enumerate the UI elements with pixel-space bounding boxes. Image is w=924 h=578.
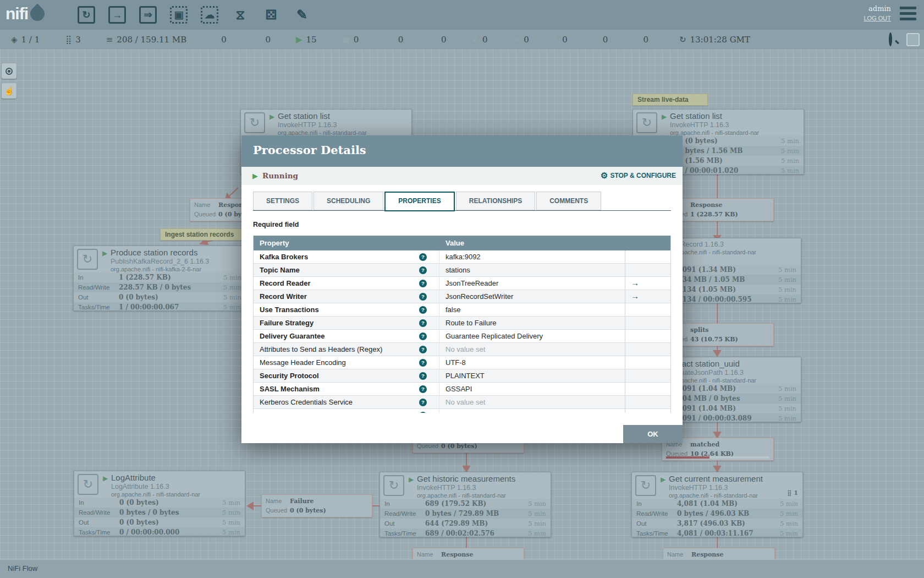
nifi-logo-text: nifi — [6, 4, 28, 23]
search-icon[interactable] — [889, 34, 900, 45]
running-icon: ▶ — [103, 475, 108, 482]
refresh-icon[interactable]: ↻ — [679, 35, 686, 45]
funnel-icon[interactable]: ⧖ — [230, 4, 251, 26]
property-value[interactable]: false — [439, 303, 625, 316]
help-icon[interactable]: ? — [419, 306, 427, 314]
property-value[interactable]: stations — [439, 264, 625, 276]
processor-type: InvokeHTTP 1.16.3 — [670, 121, 759, 129]
property-value[interactable]: Route to Failure — [439, 317, 625, 329]
dialog-status-row: ▶ Running ⚙STOP & CONFIGURE — [241, 167, 683, 185]
tab-relationships[interactable]: RELATIONSHIPS — [456, 192, 535, 210]
birdseye-toggle-icon[interactable] — [906, 33, 920, 46]
help-icon[interactable]: ? — [419, 399, 427, 406]
processor-icon: ↻ — [383, 475, 404, 496]
up-to-date-count: 0 — [482, 35, 488, 45]
canvas-label-stream-live-data[interactable]: Stream live-data — [632, 94, 708, 106]
processor-icon: ↻ — [244, 112, 265, 133]
tab-settings[interactable]: SETTINGS — [253, 192, 312, 210]
go-to-service-icon[interactable]: → — [631, 291, 639, 301]
status-transmitting: ◎0 — [210, 35, 227, 45]
stat-row: Out644 (729.89 MB)5 min — [380, 519, 551, 528]
tab-properties[interactable]: PROPERTIES — [384, 192, 454, 211]
property-value[interactable]: No value set — [439, 343, 625, 356]
processor-icon: ↻ — [77, 249, 98, 270]
processor-produce-station-records[interactable]: ↻▶Produce station recordsPublishKafkaRec… — [73, 246, 246, 311]
not-transmitting-icon: ⊘ — [255, 35, 262, 45]
processor-name: LogAttribute — [111, 473, 200, 482]
processor-type: InvokeHTTP 1.16.3 — [417, 484, 515, 492]
help-icon[interactable]: ? — [419, 319, 427, 327]
connection-label-failure[interactable]: NameFailureQueued0 (0 bytes) — [261, 494, 372, 517]
stat-row: Tasks/Time1 / 00:00:00.0675 min — [74, 302, 246, 311]
remote-process-group-icon[interactable]: ☁ — [199, 4, 220, 26]
property-value[interactable]: No value set — [439, 409, 625, 413]
processor-icon[interactable]: ↻ — [76, 4, 97, 26]
help-icon[interactable]: ? — [419, 266, 427, 274]
property-row: Record Reader?JsonTreeReader→ — [254, 277, 670, 290]
property-value[interactable]: Guarantee Replicated Delivery — [439, 330, 625, 342]
property-value[interactable]: No value set — [439, 396, 625, 408]
nifi-app: nifi ↻→⇒▣☁⧖⚄✎ admin LOG OUT ◈1 / 1⣿3≡208… — [0, 0, 924, 578]
tab-comments[interactable]: COMMENTS — [536, 192, 601, 210]
help-icon[interactable]: ? — [419, 280, 427, 287]
status-queued: ≡208 / 159.11 MB — [106, 35, 186, 45]
stop-and-configure-button[interactable]: ⚙STOP & CONFIGURE — [601, 171, 676, 181]
ok-button[interactable]: OK — [623, 425, 683, 443]
processor-bundle: org.apache.nifi - nifi-kafka-2-6-nar — [111, 266, 209, 272]
property-label: Kafka Brokers? — [254, 250, 439, 263]
property-value[interactable]: UTF-8 — [439, 356, 625, 369]
breadcrumb[interactable]: NiFi Flow — [8, 564, 37, 572]
help-icon[interactable]: ? — [419, 412, 427, 413]
property-value[interactable]: PLAINTEXT — [439, 369, 625, 382]
connected-nodes-icon: ◈ — [11, 35, 18, 45]
help-icon[interactable]: ? — [419, 372, 427, 380]
stale-count: 0 — [562, 35, 568, 45]
stat-row: Out0 (0 bytes)5 min — [74, 292, 246, 302]
stopped-icon: ■ — [342, 35, 350, 45]
processor-logattribute[interactable]: ↻▶LogAttributeLogAttribute 1.16.3org.apa… — [74, 471, 245, 536]
process-group-icon[interactable]: ▣ — [168, 4, 189, 26]
processor-get-current-measurement[interactable]: ↻▶Get current measurementInvokeHTTP 1.16… — [631, 472, 803, 537]
processor-type: InvokeHTTP 1.16.3 — [278, 121, 367, 129]
help-icon[interactable]: ? — [419, 253, 427, 261]
processor-get-historic-measurements[interactable]: ↻▶Get historic measurementsInvokeHTTP 1.… — [380, 472, 551, 537]
processor-name: Get station list — [278, 111, 367, 121]
help-icon[interactable]: ? — [419, 346, 427, 353]
processor-type: LogAttribute 1.16.3 — [111, 483, 200, 490]
breadcrumb-bar: NiFi Flow — [0, 559, 924, 578]
queued-key: Queued — [266, 506, 290, 515]
property-row: Kerberos Service Name?No value set — [254, 409, 670, 413]
cluster-badge: ⣿ 1 — [787, 489, 798, 497]
running-icon: ▶ — [662, 113, 667, 121]
properties-table: Property Value Kafka Brokers?kafka:9092T… — [253, 236, 671, 413]
stat-row: Read/Write0 bytes / 496.03 KB5 min — [632, 509, 802, 519]
property-value[interactable]: GSSAPI — [439, 383, 625, 395]
help-icon[interactable]: ? — [419, 385, 427, 393]
property-value[interactable]: JsonTreeReader — [439, 277, 625, 290]
global-menu-icon[interactable] — [900, 7, 916, 23]
navigate-palette-button[interactable] — [2, 63, 16, 79]
name-key: Name — [266, 497, 290, 506]
active-threads-icon: ⣿ — [65, 35, 72, 45]
relationship-name: splits — [690, 325, 709, 335]
operate-palette-button[interactable]: ☝ — [2, 83, 16, 99]
logout-link[interactable]: LOG OUT — [864, 15, 891, 21]
property-row: Kafka Brokers?kafka:9092 — [254, 250, 670, 264]
property-value[interactable]: kafka:9092 — [439, 250, 625, 263]
property-value[interactable]: JsonRecordSetWriter — [439, 290, 625, 303]
processor-type: InvokeHTTP 1.16.3 — [669, 484, 763, 492]
go-to-service-icon[interactable]: → — [631, 278, 639, 287]
input-port-icon[interactable]: → — [107, 4, 128, 26]
output-port-icon[interactable]: ⇒ — [138, 4, 158, 26]
tab-scheduling[interactable]: SCHEDULING — [314, 192, 383, 210]
active-threads-count: 3 — [75, 35, 81, 45]
help-icon[interactable]: ? — [419, 332, 427, 340]
canvas-label-ingest-station-records[interactable]: Ingest station records — [160, 228, 248, 241]
help-icon[interactable]: ? — [419, 359, 427, 367]
dialog-title: Processor Details — [253, 143, 366, 157]
property-row: Topic Name?stations — [254, 264, 670, 277]
label-icon[interactable]: ✎ — [292, 4, 312, 26]
help-icon[interactable]: ? — [419, 293, 427, 301]
property-row: Kerberos Credentials Service?No value se… — [254, 396, 670, 409]
template-icon[interactable]: ⚄ — [261, 4, 282, 26]
